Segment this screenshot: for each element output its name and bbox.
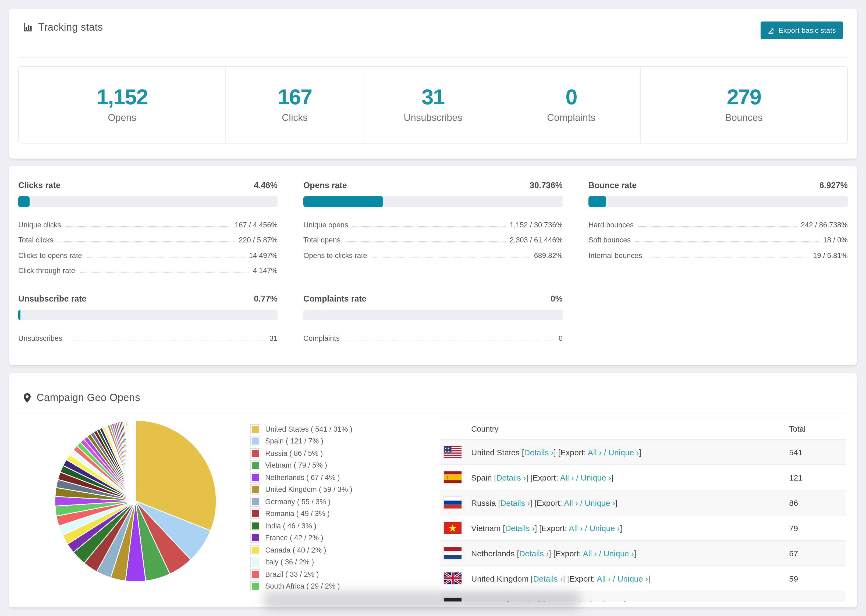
progress-bar xyxy=(303,196,563,207)
legend-item-vietnam: Vietnam ( 79 / 5% ) xyxy=(251,459,441,471)
dotted-leader xyxy=(65,226,230,226)
rate-panel-clicks-rate: Clicks rate 4.46% Unique clicks 167 / 4.… xyxy=(18,181,277,275)
legend-item-united-states: United States ( 541 / 31% ) xyxy=(251,423,441,435)
export-unique-link[interactable]: Unique › xyxy=(581,473,611,482)
export-all-link[interactable]: All › xyxy=(560,473,574,482)
rate-detail-label: Soft bounces xyxy=(589,236,631,244)
rate-detail-row: Hard bounces 242 / 86.738% xyxy=(589,214,848,229)
rate-title: Opens rate xyxy=(303,181,347,190)
stat-value: 279 xyxy=(727,86,761,107)
dotted-leader xyxy=(345,241,505,242)
rate-detail-label: Hard bounces xyxy=(589,221,634,229)
flag-icon-nl xyxy=(444,547,461,559)
stat-value: 167 xyxy=(277,86,312,107)
rate-detail-value: 0 xyxy=(559,334,563,342)
progress-bar xyxy=(589,196,848,207)
pie-chart-svg[interactable] xyxy=(52,418,219,584)
legend-swatch xyxy=(251,437,260,446)
legend-swatch xyxy=(251,533,260,543)
legend-item-italy: Italy ( 36 / 2% ) xyxy=(251,556,441,568)
details-link[interactable]: Details › xyxy=(496,473,526,482)
dotted-leader xyxy=(647,257,809,257)
export-unique-link[interactable]: Unique › xyxy=(603,548,634,558)
export-unique-link[interactable]: Unique › xyxy=(589,523,620,533)
legend-label: Russia ( 86 / 5% ) xyxy=(265,449,323,457)
export-unique-link[interactable]: Unique › xyxy=(585,498,615,507)
details-link[interactable]: Details › xyxy=(519,548,549,558)
rate-detail-row: Internal bounces 19 / 6.81% xyxy=(589,244,848,259)
export-all-link[interactable]: All › xyxy=(573,599,587,602)
rate-detail-row: Unique clicks 167 / 4.456% xyxy=(18,214,277,229)
legend-label: Italy ( 36 / 2% ) xyxy=(265,558,314,566)
stat-value: 0 xyxy=(565,86,577,107)
rate-detail-value: 2,303 / 61.446% xyxy=(510,236,563,244)
rate-detail-row: Unsubscribes 31 xyxy=(18,327,277,342)
export-basic-stats-button[interactable]: Export basic stats xyxy=(761,22,843,39)
legend-item-brazil: Brazil ( 33 / 2% ) xyxy=(251,568,441,580)
details-link[interactable]: Details › xyxy=(533,574,563,583)
export-all-link[interactable]: All › xyxy=(597,574,611,583)
legend-swatch xyxy=(251,449,260,458)
export-all-link[interactable]: All › xyxy=(583,548,597,558)
rate-detail-label: Total clicks xyxy=(18,236,54,244)
rate-detail-value: 4.147% xyxy=(253,267,277,275)
export-all-link[interactable]: All › xyxy=(564,498,578,507)
legend-label: South Africa ( 29 / 2% ) xyxy=(265,582,340,591)
geo-table-row-united-kingdom: United Kingdom [Details ›] [Export: All … xyxy=(441,566,846,591)
legend-label: Canada ( 40 / 2% ) xyxy=(265,546,326,554)
legend-label: India ( 46 / 3% ) xyxy=(265,522,316,530)
rate-detail-label: Click through rate xyxy=(18,267,75,275)
legend-label: United Kingdom ( 59 / 3% ) xyxy=(265,486,352,494)
legend-item-romania: Romania ( 49 / 3% ) xyxy=(251,508,441,520)
geo-table-row-netherlands: Netherlands [Details ›] [Export: All › /… xyxy=(441,541,846,566)
header-divider xyxy=(18,57,848,58)
dotted-leader xyxy=(67,339,265,340)
rate-detail-value: 18 / 0% xyxy=(823,236,848,244)
legend-item-south-africa: South Africa ( 29 / 2% ) xyxy=(251,580,441,592)
progress-bar xyxy=(18,310,277,321)
export-unique-link[interactable]: Unique › xyxy=(617,574,648,583)
legend-swatch xyxy=(251,473,260,482)
dotted-leader xyxy=(638,226,797,226)
progress-bar xyxy=(18,196,277,207)
dotted-leader xyxy=(353,226,505,226)
country-cell: Russia [Details ›] [Export: All › / Uniq… xyxy=(471,498,617,507)
geo-table-row-united-states: United States [Details ›] [Export: All ›… xyxy=(441,439,846,465)
rate-title: Bounce rate xyxy=(589,181,636,190)
legend-swatch xyxy=(251,570,260,579)
details-link[interactable]: Details › xyxy=(524,448,554,457)
details-link[interactable]: Details › xyxy=(505,523,535,533)
dotted-leader xyxy=(86,257,244,257)
country-cell: Spain [Details ›] [Export: All › / Uniqu… xyxy=(471,473,614,482)
dotted-leader xyxy=(80,272,249,272)
legend-item-spain: Spain ( 121 / 7% ) xyxy=(251,435,441,447)
summary-stats-row: 1,152 Opens 167 Clicks 31 Unsubscribes 0… xyxy=(18,66,848,143)
rate-detail-value: 31 xyxy=(269,334,277,342)
export-unique-link[interactable]: Unique › xyxy=(593,599,624,602)
legend-swatch xyxy=(251,485,260,494)
total-cell: 67 xyxy=(789,541,846,566)
export-unique-link[interactable]: Unique › xyxy=(608,448,639,457)
legend-label: France ( 42 / 2% ) xyxy=(265,534,323,542)
summary-stat-opens: 1,152 Opens xyxy=(19,67,225,143)
legend-item-germany: Germany ( 55 / 3% ) xyxy=(251,496,441,508)
stat-value: 1,152 xyxy=(96,86,148,107)
rate-value: 4.46% xyxy=(254,181,277,190)
summary-stat-unsubscribes: 31 Unsubscribes xyxy=(364,67,502,143)
pie-slice xyxy=(135,420,135,501)
details-link[interactable]: Details › xyxy=(500,498,530,507)
rates-grid: Clicks rate 4.46% Unique clicks 167 / 4.… xyxy=(9,166,857,342)
rate-title: Complaints rate xyxy=(303,294,366,304)
export-all-link[interactable]: All › xyxy=(588,448,602,457)
country-cell: Netherlands [Details ›] [Export: All › /… xyxy=(471,548,636,558)
export-all-link[interactable]: All › xyxy=(569,523,583,533)
details-link[interactable]: Details › xyxy=(509,599,538,602)
geo-pie-chart xyxy=(9,418,251,584)
dotted-leader xyxy=(372,257,529,257)
legend-swatch xyxy=(251,545,260,555)
country-cell: Germany [Details ›] [Export: All › / Uni… xyxy=(471,599,626,602)
total-cell: 541 xyxy=(789,439,846,465)
country-cell: United Kingdom [Details ›] [Export: All … xyxy=(471,574,650,583)
legend-label: Vietnam ( 79 / 5% ) xyxy=(265,462,327,470)
rate-detail-value: 14.497% xyxy=(249,251,277,259)
